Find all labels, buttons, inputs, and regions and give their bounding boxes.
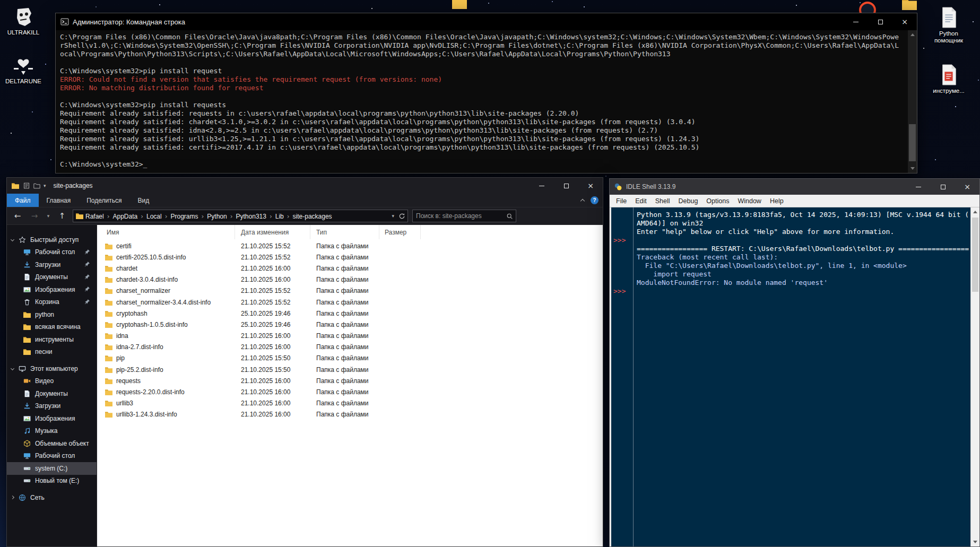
file-row[interactable]: cryptohash25.10.2025 19:46Папка с файлам… bbox=[97, 308, 603, 319]
sidebar-item[interactable]: Документы bbox=[7, 387, 97, 400]
breadcrumb-item[interactable]: site-packages bbox=[291, 213, 334, 220]
file-row[interactable]: pip21.10.2025 15:50Папка с файлами bbox=[97, 353, 603, 364]
tab-вид[interactable]: Вид bbox=[129, 194, 157, 207]
sidebar-item[interactable]: Загрузки bbox=[7, 258, 97, 271]
file-row[interactable]: chardet21.10.2025 16:00Папка с файлами bbox=[97, 263, 603, 274]
idle-scrollbar[interactable] bbox=[970, 207, 979, 546]
scroll-up-icon[interactable] bbox=[908, 30, 917, 39]
sidebar-item[interactable]: Изображения bbox=[7, 283, 97, 296]
sidebar-item[interactable]: Загрузки bbox=[7, 400, 97, 413]
tab-главная[interactable]: Главная bbox=[39, 194, 79, 207]
menu-debug[interactable]: Debug bbox=[674, 197, 703, 205]
chevron-icon[interactable] bbox=[11, 367, 14, 370]
sidebar-section-2[interactable]: Сеть bbox=[7, 491, 97, 504]
address-dropdown-icon[interactable]: ▾ bbox=[392, 213, 394, 219]
file-row[interactable]: requests-2.20.0.dist-info21.10.2025 16:0… bbox=[97, 386, 603, 397]
file-row[interactable]: urllib3-1.24.3.dist-info21.10.2025 16:00… bbox=[97, 409, 603, 420]
sidebar-section-0[interactable]: Быстрый доступ bbox=[7, 233, 97, 246]
explorer-minimize-button[interactable] bbox=[530, 178, 554, 194]
idle-scroll-thumb[interactable] bbox=[972, 218, 978, 292]
column-header-1[interactable]: Дата изменения bbox=[235, 225, 310, 239]
chevron-icon[interactable] bbox=[11, 238, 14, 241]
menu-options[interactable]: Options bbox=[702, 197, 733, 205]
sidebar-item[interactable]: system (C:) bbox=[7, 462, 97, 475]
forward-button[interactable]: → bbox=[28, 210, 41, 222]
breadcrumb[interactable]: Rafael›AppData›Local›Programs›Python›Pyt… bbox=[73, 210, 408, 222]
file-row[interactable]: chardet-3.0.4.dist-info21.10.2025 16:00П… bbox=[97, 274, 603, 285]
cmd-titlebar[interactable]: Администратор: Командная строка × bbox=[56, 13, 917, 30]
desktop-icon-deltarune[interactable]: DELTARUNE bbox=[0, 53, 47, 85]
file-row[interactable]: charset_normalizer-3.4.4.dist-info21.10.… bbox=[97, 297, 603, 308]
search-input[interactable]: Поиск в: site-packages bbox=[412, 210, 516, 222]
idle-titlebar[interactable]: IDLE Shell 3.13.9 × bbox=[610, 179, 979, 195]
column-header-0[interactable]: Имя bbox=[97, 225, 235, 239]
breadcrumb-item[interactable]: Python313 bbox=[235, 213, 268, 220]
menu-file[interactable]: File bbox=[612, 197, 631, 205]
sidebar-item[interactable]: Рабочий стол bbox=[7, 450, 97, 463]
search-icon[interactable] bbox=[506, 213, 513, 220]
qat-dropdown-icon[interactable]: ▾ bbox=[44, 183, 46, 188]
file-row[interactable]: charset_normalizer21.10.2025 15:52Папка … bbox=[97, 285, 603, 297]
scroll-down-icon[interactable] bbox=[908, 164, 917, 173]
up-button[interactable]: ↑ bbox=[56, 210, 68, 222]
refresh-icon[interactable] bbox=[398, 213, 405, 220]
explorer-close-button[interactable]: × bbox=[578, 178, 603, 194]
menu-shell[interactable]: Shell bbox=[651, 197, 674, 205]
recent-pages-icon[interactable]: ▾ bbox=[45, 210, 51, 222]
desktop-icon-partial-0[interactable] bbox=[455, 0, 464, 10]
sidebar-item[interactable]: python bbox=[7, 308, 97, 321]
cmd-scrollbar[interactable] bbox=[908, 30, 917, 173]
tab-поделиться[interactable]: Поделиться bbox=[79, 194, 129, 207]
sidebar-section-1[interactable]: Этот компьютер bbox=[7, 362, 97, 375]
chevron-icon[interactable] bbox=[11, 496, 14, 499]
cmd-scroll-thumb[interactable] bbox=[909, 124, 916, 161]
cmd-content[interactable]: C:\Program Files (x86)\Common Files\Orac… bbox=[56, 30, 908, 173]
menu-edit[interactable]: Edit bbox=[631, 197, 651, 205]
file-row[interactable]: cryptohash-1.0.5.dist-info25.10.2025 19:… bbox=[97, 319, 603, 330]
sidebar-item[interactable]: песни bbox=[7, 346, 97, 359]
cmd-maximize-button[interactable] bbox=[868, 13, 892, 30]
tab-файл[interactable]: Файл bbox=[7, 194, 39, 207]
menu-window[interactable]: Window bbox=[733, 197, 765, 205]
desktop-icon-partial-2[interactable] bbox=[905, 1, 914, 11]
sidebar-item[interactable]: Объемные объект bbox=[7, 437, 97, 450]
breadcrumb-item[interactable]: AppData bbox=[111, 213, 140, 220]
sidebar-item[interactable]: Документы bbox=[7, 271, 97, 284]
desktop-icon-tools[interactable]: инструме... bbox=[925, 63, 972, 94]
breadcrumb-item[interactable]: Rafael bbox=[84, 213, 106, 220]
sidebar-item[interactable]: всякая всячина bbox=[7, 321, 97, 334]
sidebar-item[interactable]: Новый том (E:) bbox=[7, 475, 97, 488]
idle-shell-text[interactable]: Python 3.13.9 (tags/v3.13.9:8183fa5, Oct… bbox=[610, 207, 979, 546]
file-row[interactable]: requests21.10.2025 16:00Папка с файлами bbox=[97, 375, 603, 386]
file-row[interactable]: idna-2.7.dist-info21.10.2025 16:00Папка … bbox=[97, 342, 603, 353]
sidebar-item[interactable]: Корзина bbox=[7, 296, 97, 309]
file-row[interactable]: certifi-2025.10.5.dist-info21.10.2025 15… bbox=[97, 251, 603, 263]
idle-close-button[interactable]: × bbox=[955, 179, 979, 195]
cmd-close-button[interactable]: × bbox=[892, 13, 917, 30]
column-header-3[interactable]: Размер bbox=[379, 225, 421, 239]
file-row[interactable]: certifi21.10.2025 15:52Папка с файлами bbox=[97, 240, 603, 251]
idle-maximize-button[interactable] bbox=[931, 179, 955, 195]
explorer-maximize-button[interactable] bbox=[554, 178, 578, 194]
breadcrumb-item[interactable]: Python bbox=[205, 213, 228, 220]
idle-minimize-button[interactable] bbox=[906, 179, 931, 195]
desktop-icon-ultrakill[interactable]: ULTRAKILL bbox=[0, 4, 47, 36]
collapse-ribbon-icon[interactable] bbox=[580, 199, 585, 203]
file-row[interactable]: urllib321.10.2025 16:00Папка с файлами bbox=[97, 398, 603, 409]
back-button[interactable]: ← bbox=[11, 210, 24, 222]
scroll-up-icon[interactable] bbox=[971, 207, 979, 216]
desktop-icon-python-helper[interactable]: Python помощник bbox=[925, 5, 972, 44]
breadcrumb-item[interactable]: Local bbox=[145, 213, 163, 220]
sidebar-item[interactable]: Изображения bbox=[7, 412, 97, 425]
breadcrumb-item[interactable]: Programs bbox=[169, 213, 200, 220]
file-row[interactable]: idna21.10.2025 16:00Папка с файлами bbox=[97, 331, 603, 342]
explorer-titlebar[interactable]: ▾ site-packages × bbox=[7, 178, 603, 194]
sidebar-item[interactable]: Рабочий стол bbox=[7, 246, 97, 259]
sidebar-item[interactable]: Музыка bbox=[7, 425, 97, 438]
menu-help[interactable]: Help bbox=[766, 197, 788, 205]
sidebar-item[interactable]: Видео bbox=[7, 375, 97, 388]
file-row[interactable]: pip-25.2.dist-info21.10.2025 15:50Папка … bbox=[97, 364, 603, 375]
help-icon[interactable]: ? bbox=[591, 196, 599, 204]
cmd-minimize-button[interactable] bbox=[844, 13, 868, 30]
sidebar-item[interactable]: инструменты bbox=[7, 333, 97, 346]
